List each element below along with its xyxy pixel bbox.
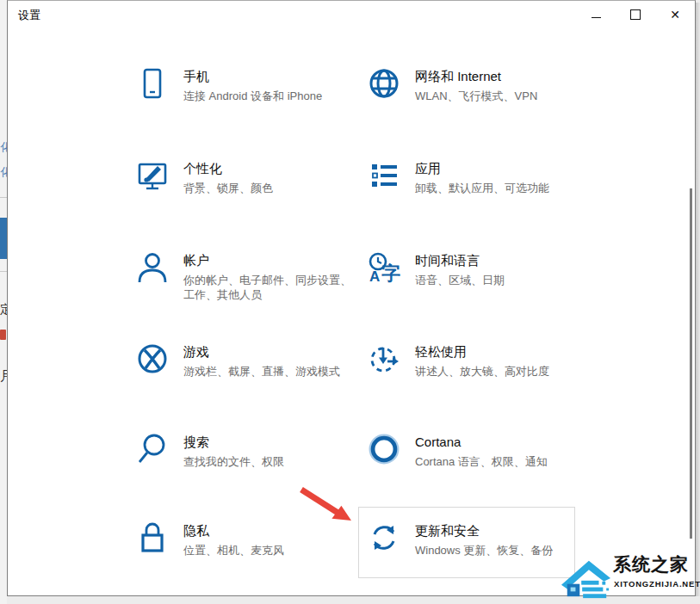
screenshot-root: 化 化 定 月 设置 ✕ 手机连接 Android 设备和 iPhone网络和 … [0,0,700,604]
window-shadow [696,3,700,596]
tile-title: 应用 [415,160,549,176]
settings-tile-time-language[interactable]: A字时间和语言语音、区域、日期 [367,252,599,287]
divider [0,271,7,272]
settings-tile-phone[interactable]: 手机连接 Android 设备和 iPhone [135,68,368,103]
background-window-strip: 化 化 定 月 [0,0,7,604]
tile-subtitle: Cortana 语言、权限、通知 [415,454,548,469]
tile-subtitle: 语音、区域、日期 [415,273,505,287]
svg-text:A: A [369,268,380,285]
background-glyph-fragment: 化 [0,167,7,179]
tile-text: CortanaCortana 语言、权限、通知 [415,434,548,469]
divider [0,197,7,198]
maximize-icon [630,9,641,20]
titlebar: 设置 ✕ [8,1,695,35]
personalization-icon [135,158,170,193]
tile-title: 隐私 [183,522,284,539]
annotation-arrow-icon [287,483,360,527]
sync-icon [367,521,401,555]
tile-text: 手机连接 Android 设备和 iPhone [183,68,322,103]
tile-text: 帐户你的帐户、电子邮件、同步设置、工作、其他人员 [183,252,359,302]
tile-text: 隐私位置、相机、麦克风 [183,522,284,558]
background-icon-fragment [0,330,6,340]
settings-tile-network[interactable]: 网络和 InternetWLAN、飞行模式、VPN [367,68,599,103]
phone-icon [135,66,170,101]
settings-tile-apps[interactable]: 应用卸载、默认应用、可选功能 [367,160,599,195]
tile-title: 时间和语言 [415,252,505,268]
close-icon: ✕ [670,9,680,21]
search-icon [135,432,170,466]
tile-text: 网络和 InternetWLAN、飞行模式、VPN [415,68,537,103]
watermark-name: 系统之家 [613,552,689,576]
lock-icon [135,521,170,555]
tile-title: 网络和 Internet [415,68,537,84]
background-selected-item-fragment [0,218,7,259]
tile-subtitle: 背景、锁屏、颜色 [183,181,273,195]
tile-subtitle: 位置、相机、麦克风 [183,543,284,558]
tile-text: 个性化背景、锁屏、颜色 [183,160,273,195]
tile-title: 更新和安全 [415,522,553,539]
maximize-button[interactable] [616,1,655,28]
watermark-domain: XITONGZHIJIA.NET [614,579,700,589]
clock-language-icon: A字 [367,250,401,285]
tile-subtitle: 查找我的文件、权限 [183,454,284,469]
tile-text: 应用卸载、默认应用、可选功能 [415,160,549,195]
minimize-button[interactable] [576,1,616,28]
tile-text: 搜索查找我的文件、权限 [183,434,284,469]
xbox-icon [135,342,170,376]
person-icon [135,250,170,285]
tile-subtitle: WLAN、飞行模式、VPN [415,89,537,103]
scrollbar-thumb[interactable] [690,188,692,539]
tile-title: 轻松使用 [415,343,549,360]
settings-tile-search[interactable]: 搜索查找我的文件、权限 [135,434,368,469]
tile-subtitle: 游戏栏、截屏、直播、游戏模式 [183,364,340,379]
settings-tile-accounts[interactable]: 帐户你的帐户、电子邮件、同步设置、工作、其他人员 [135,252,368,302]
tile-title: 游戏 [183,343,340,360]
tile-subtitle: Windows 更新、恢复、备份 [415,543,553,558]
watermark-reflection: 系统之家 XITONGZHIJIA.NET [560,592,697,604]
tile-subtitle: 你的帐户、电子邮件、同步设置、工作、其他人员 [183,273,359,302]
tile-title: 搜索 [183,434,284,450]
background-glyph-fragment: 月 [0,369,7,384]
background-glyph-fragment: 化 [0,142,7,154]
cortana-icon [367,432,401,466]
tile-title: 手机 [183,68,322,84]
tile-subtitle: 连接 Android 设备和 iPhone [183,89,322,103]
tile-subtitle: 卸载、默认应用、可选功能 [415,181,549,195]
globe-icon [367,66,401,101]
tile-title: 个性化 [183,160,273,176]
settings-tile-personalization[interactable]: 个性化背景、锁屏、颜色 [135,160,368,195]
apps-list-icon [367,158,401,193]
tile-text: 更新和安全Windows 更新、恢复、备份 [415,522,553,558]
settings-tile-cortana[interactable]: CortanaCortana 语言、权限、通知 [367,434,599,469]
tile-subtitle: 讲述人、放大镜、高对比度 [415,364,549,379]
settings-tile-privacy[interactable]: 隐私位置、相机、麦克风 [135,522,368,558]
tile-text: 时间和语言语音、区域、日期 [415,252,505,287]
settings-tile-gaming[interactable]: 游戏游戏栏、截屏、直播、游戏模式 [135,343,368,379]
close-button[interactable]: ✕ [655,1,695,28]
minimize-icon [592,17,601,18]
tile-text: 游戏游戏栏、截屏、直播、游戏模式 [183,343,340,379]
tile-title: Cortana [415,434,548,450]
tile-text: 轻松使用讲述人、放大镜、高对比度 [415,343,549,379]
ease-of-access-icon [367,342,401,376]
tile-title: 帐户 [183,252,359,268]
window-title: 设置 [18,8,40,23]
background-glyph-fragment: 定 [0,302,7,316]
svg-text:字: 字 [381,262,400,284]
settings-tile-ease-of-access[interactable]: 轻松使用讲述人、放大镜、高对比度 [367,343,599,379]
